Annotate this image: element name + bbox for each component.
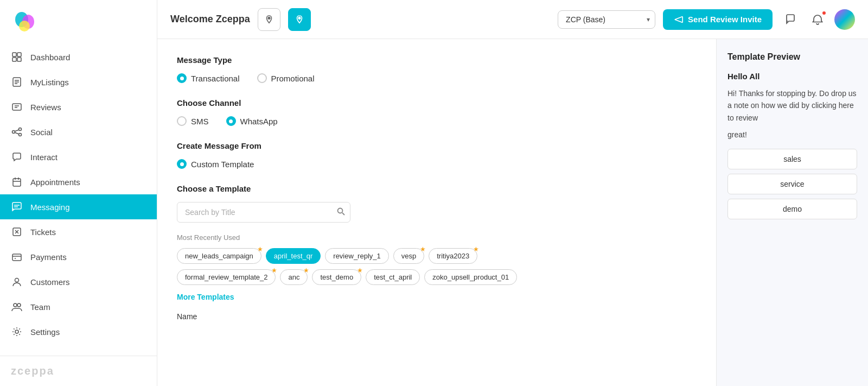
logo-icon [11,10,38,37]
svg-point-28 [14,303,17,307]
svg-point-2 [19,21,30,31]
preview-hello: Hello All [727,72,857,81]
svg-point-27 [15,279,19,282]
content-area: Message Type Transactional Promotional C… [157,39,868,386]
sidebar-item-team[interactable]: Team [0,294,157,319]
sidebar-item-tickets[interactable]: Tickets [0,219,157,244]
tag-tritiya2023[interactable]: tritiya2023 ★ [429,248,477,264]
preview-btn-service[interactable]: service [727,174,857,194]
whatsapp-radio[interactable]: WhatsApp [226,116,278,126]
chat-icon-btn[interactable] [780,9,801,30]
svg-line-34 [675,20,682,22]
sms-radio[interactable]: SMS [177,116,209,126]
tag-vesp[interactable]: vesp ★ [393,248,424,264]
sidebar-item-payments[interactable]: Payments [0,244,157,269]
preview-body: Hi! Thanks for stopping by. Do drop us a… [727,87,857,124]
svg-rect-5 [12,58,16,61]
preview-btn-sales[interactable]: sales [727,149,857,169]
svg-rect-3 [12,53,16,56]
user-avatar[interactable] [834,9,855,30]
svg-point-12 [12,131,15,134]
send-review-button[interactable]: Send Review Invite [663,9,773,30]
sidebar-footer: zceppa [0,356,157,386]
sidebar-label-appointments: Appointments [30,178,80,187]
preview-title: Template Preview [727,52,857,62]
sidebar-label-tickets: Tickets [30,227,56,237]
team-icon [11,301,23,313]
channel-label: Choose Channel [177,98,697,107]
svg-rect-6 [17,58,21,61]
channel-radio-group: SMS WhatsApp [177,116,697,126]
location-pin-icon-btn[interactable] [258,8,280,31]
sms-radio-circle [177,116,187,126]
message-type-radio-group: Transactional Promotional [177,73,697,83]
tag-test-demo[interactable]: test_demo ★ [312,269,361,285]
whatsapp-radio-circle [226,116,236,126]
tag-formal-review-template-2[interactable]: formal_review_template_2 ★ [177,269,276,285]
svg-point-36 [338,208,343,213]
svg-line-16 [15,132,19,134]
settings-icon [11,326,23,338]
transactional-label: Transactional [191,74,240,83]
sidebar-label-customers: Customers [30,277,70,287]
sidebar-item-settings[interactable]: Settings [0,319,157,344]
search-button[interactable] [336,207,345,218]
custom-template-radio[interactable]: Custom Template [177,159,254,169]
choose-template-label: Choose a Template [177,184,697,193]
sidebar-item-messaging[interactable]: Messaging [0,194,157,219]
business-select[interactable]: ZCP (Base) ZCP (Pro) ZCP (Enterprise) [558,10,655,29]
tag-anc[interactable]: anc ★ [280,269,308,285]
interact-icon [11,151,23,163]
tag-star-3: ★ [420,245,426,253]
sidebar-item-customers[interactable]: Customers [0,269,157,294]
main-area: Welcome Zceppa ZCP (Base) ZCP (Pro) ZCP … [157,0,868,386]
custom-template-label: Custom Template [191,160,254,169]
preview-btn-demo[interactable]: demo [727,199,857,219]
header-action-icons [780,9,855,30]
sidebar-label-messaging: Messaging [30,203,70,212]
tag-test-ct-april[interactable]: test_ct_april [366,269,420,285]
reviews-icon [11,101,23,113]
search-input[interactable] [177,202,350,223]
tag-star-7: ★ [357,267,363,274]
social-icon [11,126,23,138]
tag-april-test-qr[interactable]: april_test_qr [266,248,321,264]
svg-line-37 [342,213,344,215]
sidebar-item-mylistings[interactable]: MyListings [0,69,157,94]
svg-rect-4 [17,53,21,56]
whatsapp-label: WhatsApp [240,117,278,126]
sidebar-label-mylistings: MyListings [30,78,69,87]
form-panel: Message Type Transactional Promotional C… [157,39,716,386]
promotional-radio[interactable]: Promotional [257,73,315,83]
custom-template-radio-circle [177,159,187,169]
transactional-radio-circle [177,73,187,83]
notifications-icon-btn[interactable] [807,9,828,30]
payments-icon [11,251,23,263]
tag-star-5: ★ [271,267,277,274]
tag-zoko-upsell-product-01[interactable]: zoko_upsell_product_01 [424,269,517,285]
sidebar-item-dashboard[interactable]: Dashboard [0,45,157,69]
tag-new-leads-campaign[interactable]: new_leads_campaign ★ [177,248,261,264]
sidebar-item-interact[interactable]: Interact [0,144,157,169]
most-recently-label: Most Recently Used [177,233,697,242]
sidebar-nav: Dashboard MyListings Reviews [0,45,157,356]
search-wrap [177,202,350,223]
sms-label: SMS [191,117,209,126]
sidebar-item-reviews[interactable]: Reviews [0,94,157,119]
customers-icon [11,276,23,288]
sidebar-item-social[interactable]: Social [0,119,157,144]
sidebar-label-settings: Settings [30,327,60,337]
svg-rect-11 [12,104,21,110]
map-marker-icon-btn[interactable] [288,8,311,31]
preview-great: great! [727,130,857,139]
tag-review-reply-1[interactable]: review_reply_1 [325,248,388,264]
svg-point-13 [19,128,22,131]
svg-line-15 [15,130,19,131]
more-templates-link[interactable]: More Templates [177,293,234,301]
sidebar-label-payments: Payments [30,252,67,262]
send-icon [674,15,684,24]
transactional-radio[interactable]: Transactional [177,73,240,83]
create-from-label: Create Message From [177,141,697,150]
preview-panel: Template Preview Hello All Hi! Thanks fo… [716,39,868,386]
sidebar-item-appointments[interactable]: Appointments [0,169,157,194]
